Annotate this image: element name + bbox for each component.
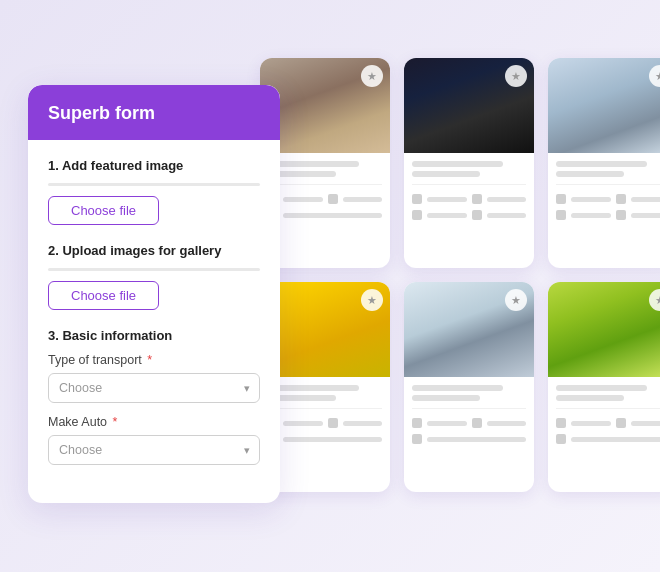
card-3-meta-line-2 xyxy=(631,197,661,202)
fuel-icon-2 xyxy=(472,194,482,204)
card-3-line-2 xyxy=(556,171,624,177)
card-1-line-1 xyxy=(268,161,359,167)
card-1-meta-line-1 xyxy=(283,197,323,202)
speed-icon-1 xyxy=(328,194,338,204)
car-card-4-star-button[interactable]: ★ xyxy=(361,289,383,311)
make-auto-field-group: Make Auto * Choose Toyota Ford Honda ▾ xyxy=(48,415,260,465)
speed-icon-2 xyxy=(412,210,422,220)
card-1-meta-2 xyxy=(268,210,382,220)
card-4-meta-1 xyxy=(268,418,382,428)
card-4-meta-line-1 xyxy=(283,421,323,426)
card-6-line-1 xyxy=(556,385,647,391)
card-4-meta-2 xyxy=(268,434,382,444)
card-3-meta-1 xyxy=(556,194,660,204)
card-3-divider xyxy=(556,184,660,185)
form-header: Superb form xyxy=(28,85,280,140)
speed-icon-3 xyxy=(556,210,566,220)
choose-file-gallery-button[interactable]: Choose file xyxy=(48,281,159,310)
car-card-6-body xyxy=(548,377,660,492)
speed-icon-4 xyxy=(328,418,338,428)
card-5-meta-line-1 xyxy=(427,421,467,426)
divider1 xyxy=(48,183,260,186)
speed-icon-5 xyxy=(472,418,482,428)
card-2-meta-1 xyxy=(412,194,526,204)
fuel-icon-5 xyxy=(412,418,422,428)
card-1-meta-line-3 xyxy=(283,213,382,218)
calendar-icon-2 xyxy=(412,194,422,204)
form-section-featured: 1. Add featured image Choose file xyxy=(48,158,260,225)
divider2 xyxy=(48,268,260,271)
car-card-6: ★ xyxy=(548,282,660,492)
card-3-meta-line-4 xyxy=(631,213,661,218)
transport-select[interactable]: Choose Car Truck Motorcycle xyxy=(48,373,260,403)
card-4-line-1 xyxy=(268,385,359,391)
card-3-line-1 xyxy=(556,161,647,167)
transport-required-star: * xyxy=(147,353,152,367)
form-section-gallery: 2. Upload images for gallery Choose file xyxy=(48,243,260,310)
make-required-star: * xyxy=(113,415,118,429)
car-card-5-body xyxy=(404,377,534,492)
card-2-line-1 xyxy=(412,161,503,167)
fuel-icon-6 xyxy=(556,418,566,428)
car-card-5: ★ xyxy=(404,282,534,492)
car-card-5-star-button[interactable]: ★ xyxy=(505,289,527,311)
card-5-divider xyxy=(412,408,526,409)
card-1-meta-line-2 xyxy=(343,197,383,202)
card-1-divider xyxy=(268,184,382,185)
car-card-2-image: ★ xyxy=(404,58,534,153)
section2-title: 2. Upload images for gallery xyxy=(48,243,260,258)
car-card-5-image: ★ xyxy=(404,282,534,377)
make-select[interactable]: Choose Toyota Ford Honda xyxy=(48,435,260,465)
car-card-1-star-button[interactable]: ★ xyxy=(361,65,383,87)
card-5-meta-line-2 xyxy=(487,421,527,426)
card-6-divider xyxy=(556,408,660,409)
card-4-divider xyxy=(268,408,382,409)
card-2-meta-line-3 xyxy=(427,213,467,218)
transport-label: Type of transport * xyxy=(48,353,260,367)
card-2-divider xyxy=(412,184,526,185)
card-3-meta-line-3 xyxy=(571,213,611,218)
location-icon-6 xyxy=(556,434,566,444)
car-card-2-body xyxy=(404,153,534,268)
card-4-meta-line-3 xyxy=(283,437,382,442)
card-6-line-2 xyxy=(556,395,624,401)
card-2-meta-line-1 xyxy=(427,197,467,202)
card-5-meta-1 xyxy=(412,418,526,428)
car-card-2: ★ xyxy=(404,58,534,268)
card-4-meta-line-2 xyxy=(343,421,383,426)
card-5-meta-2 xyxy=(412,434,526,444)
location-icon-2 xyxy=(472,210,482,220)
card-2-meta-2 xyxy=(412,210,526,220)
car-card-3-star-button[interactable]: ★ xyxy=(649,65,660,87)
transport-field-group: Type of transport * Choose Car Truck Mot… xyxy=(48,353,260,403)
card-2-meta-line-2 xyxy=(487,197,527,202)
calendar-icon-3 xyxy=(556,194,566,204)
speed-icon-6 xyxy=(616,418,626,428)
transport-select-wrapper: Choose Car Truck Motorcycle ▾ xyxy=(48,373,260,403)
location-icon-3 xyxy=(616,210,626,220)
card-2-meta-line-4 xyxy=(487,213,527,218)
location-icon-5 xyxy=(412,434,422,444)
form-panel: Superb form 1. Add featured image Choose… xyxy=(28,85,280,503)
card-3-meta-2 xyxy=(556,210,660,220)
form-section-basic: 3. Basic information Type of transport *… xyxy=(48,328,260,465)
card-6-meta-2 xyxy=(556,434,660,444)
card-3-meta-line-1 xyxy=(571,197,611,202)
card-5-line-2 xyxy=(412,395,480,401)
make-auto-label: Make Auto * xyxy=(48,415,260,429)
section3-title: 3. Basic information xyxy=(48,328,260,343)
card-1-meta-1 xyxy=(268,194,382,204)
section1-title: 1. Add featured image xyxy=(48,158,260,173)
form-title: Superb form xyxy=(48,103,155,123)
card-6-meta-1 xyxy=(556,418,660,428)
car-card-3: ★ xyxy=(548,58,660,268)
card-5-line-1 xyxy=(412,385,503,391)
choose-file-featured-button[interactable]: Choose file xyxy=(48,196,159,225)
form-body: 1. Add featured image Choose file 2. Upl… xyxy=(28,140,280,503)
card-6-meta-line-1 xyxy=(571,421,611,426)
make-select-wrapper: Choose Toyota Ford Honda ▾ xyxy=(48,435,260,465)
car-card-6-star-button[interactable]: ★ xyxy=(649,289,660,311)
card-6-meta-line-2 xyxy=(631,421,661,426)
car-card-2-star-button[interactable]: ★ xyxy=(505,65,527,87)
car-card-6-image: ★ xyxy=(548,282,660,377)
